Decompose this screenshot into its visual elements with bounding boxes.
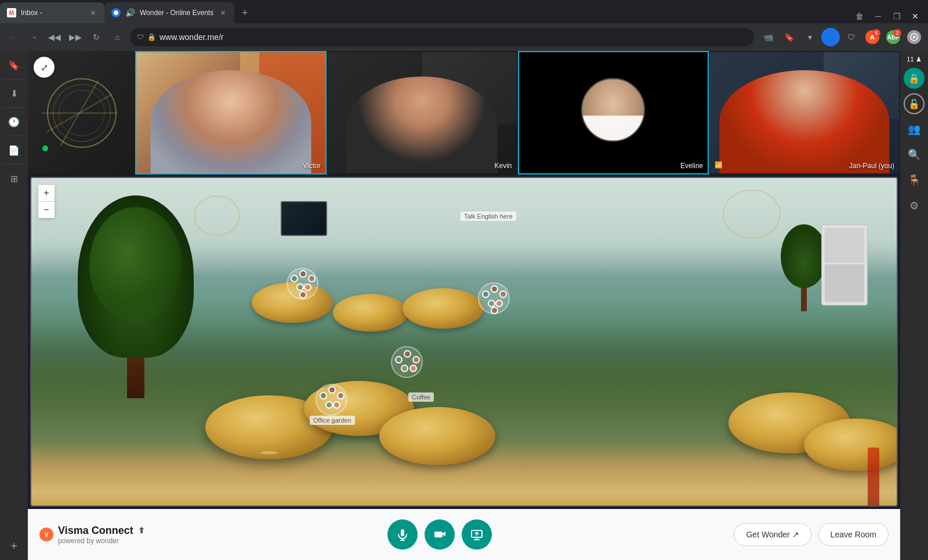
home-button[interactable]: ⌂	[109, 29, 125, 45]
toolbar-icons: 📹 🔖 ▾ 👤 🛡 A 5 ABF 2	[759, 28, 923, 46]
people-cluster-3[interactable]	[478, 282, 510, 314]
visitor-icon: V	[39, 528, 53, 541]
sidebar-bookmark-btn[interactable]: 🔖	[5, 56, 23, 74]
cast-icon[interactable]: 📹	[759, 28, 777, 46]
room-name: Visma Connect ⬆	[58, 525, 145, 537]
tab-wonder[interactable]: 🔊 Wonder - Online Events ✕	[104, 2, 234, 23]
trash-icon[interactable]: 🗑	[854, 10, 865, 22]
right-sidebar: 11 ♟ 🔒 🔓 👥 🔍 🪑 ⚙	[900, 51, 928, 560]
tab-wonder-close[interactable]: ✕	[218, 8, 227, 17]
tab-wonder-title: Wonder - Online Events	[140, 9, 213, 17]
expand-button[interactable]: ⤢	[34, 57, 55, 78]
people-cluster-1[interactable]	[287, 268, 318, 300]
right-actions: Get Wonder ↗ Leave Room	[734, 523, 889, 546]
leave-room-button[interactable]: Leave Room	[818, 523, 889, 546]
bookmark-icon[interactable]: 🔖	[780, 28, 798, 46]
bottom-bar: V Visma Connect ⬆ powered by wonder	[28, 509, 900, 560]
sidebar-divider-1	[3, 79, 25, 79]
sidebar-add-btn[interactable]: +	[5, 537, 23, 555]
skip-back-button[interactable]: ◀◀	[46, 29, 63, 45]
table-group-3[interactable]	[379, 407, 495, 465]
nav-bar: ← → ◀◀ ▶▶ ↻ ⌂ 🛡 🔒 www.wonder.me/r 📹 🔖 ▾ …	[0, 23, 928, 51]
lock-filled-button[interactable]: 🔒	[904, 68, 925, 89]
sidebar-download-btn[interactable]: ⬇	[5, 84, 23, 103]
left-sidebar: 🔖 ⬇ 🕐 📄 ⊞ +	[0, 51, 28, 560]
janpaul-label: Jan-Paul (you)	[849, 162, 894, 170]
share-icon[interactable]: ⬆	[138, 526, 145, 535]
tab-bar: M Inbox - ✕ 🔊 Wonder - Online Events ✕ +…	[0, 0, 928, 23]
shield-extension[interactable]: 🛡	[842, 28, 861, 46]
share-screen-button[interactable]	[462, 519, 492, 550]
extension-badge-2: 2	[893, 29, 901, 37]
tree-left	[78, 195, 194, 398]
skip-forward-button[interactable]: ▶▶	[67, 29, 84, 45]
extension-1[interactable]: A 5	[863, 28, 882, 46]
extension-2[interactable]: ABF 2	[884, 28, 902, 46]
people-cluster-4[interactable]	[316, 384, 347, 416]
tab-gmail[interactable]: M Inbox - ✕	[0, 2, 104, 23]
wire-sculpture-1	[194, 195, 240, 236]
eveline-avatar	[581, 78, 645, 141]
sidebar-notes-btn[interactable]: 📄	[5, 141, 23, 159]
extension-3[interactable]	[905, 28, 923, 46]
kevin-label: Kevin	[494, 162, 512, 170]
lock-icon: 🔒	[147, 33, 156, 41]
svg-rect-2	[401, 529, 404, 536]
back-button[interactable]: ←	[5, 29, 21, 45]
people-cluster-2[interactable]	[391, 346, 423, 378]
powered-by: powered by wonder	[58, 537, 145, 545]
url-text: www.wonder.me/r	[160, 32, 747, 42]
media-controls	[145, 519, 734, 550]
lock-outline-button[interactable]: 🔓	[904, 93, 925, 114]
table-group-5[interactable]	[804, 419, 898, 471]
bookmark-dropdown[interactable]: ▾	[800, 28, 819, 46]
settings-button[interactable]: ⚙	[904, 195, 925, 216]
area-label-coffee: Coffee	[408, 392, 434, 402]
video-tile-kevin[interactable]: Kevin	[327, 51, 518, 174]
sidebar-grid-btn[interactable]: ⊞	[5, 169, 23, 188]
reload-button[interactable]: ↻	[88, 29, 104, 45]
address-bar[interactable]: 🛡 🔒 www.wonder.me/r	[130, 28, 754, 46]
content-area: ⤢	[28, 51, 900, 560]
forward-button[interactable]: →	[26, 29, 42, 45]
table-small-2[interactable]	[333, 294, 408, 332]
zoom-out-button[interactable]: −	[38, 202, 55, 218]
extension-badge-1: 5	[872, 29, 880, 37]
zoom-controls: + −	[38, 185, 55, 218]
participant-count: 11 ♟	[907, 56, 921, 63]
svg-rect-5	[434, 532, 443, 537]
mic-button[interactable]	[387, 519, 418, 550]
wire-sculpture-2	[723, 190, 781, 239]
video-tile-janpaul[interactable]: 📶 Jan-Paul (you)	[709, 51, 900, 174]
presenter-button[interactable]: 🪑	[904, 170, 925, 191]
sidebar-history-btn[interactable]: 🕐	[5, 112, 23, 131]
get-wonder-button[interactable]: Get Wonder ↗	[734, 523, 811, 546]
maximize-button[interactable]: ❐	[891, 10, 902, 22]
svg-point-1	[913, 36, 915, 38]
sidebar-divider-3	[3, 136, 25, 136]
search-button[interactable]: 🔍	[904, 144, 925, 165]
red-wall-accent	[868, 448, 879, 506]
profile-button[interactable]: 👤	[821, 28, 840, 46]
tab-gmail-title: Inbox -	[21, 9, 84, 17]
area-label-garden: Office garden	[310, 416, 355, 425]
virtual-environment[interactable]: + −	[30, 177, 898, 507]
video-tile-victor[interactable]: Victor	[135, 51, 327, 174]
shield-icon: 🛡	[137, 33, 144, 41]
zoom-in-button[interactable]: +	[38, 185, 55, 201]
tv-screen	[281, 201, 327, 236]
tab-gmail-close[interactable]: ✕	[88, 8, 97, 17]
tree-right-small	[781, 224, 827, 311]
close-button[interactable]: ✕	[909, 10, 921, 22]
minimize-button[interactable]: ─	[872, 10, 884, 22]
victor-label: Victor	[303, 162, 320, 170]
wonder-favicon	[111, 8, 121, 17]
sidebar-divider-2	[3, 107, 25, 108]
new-tab-button[interactable]: +	[237, 5, 253, 21]
table-small-3[interactable]	[403, 288, 484, 329]
camera-button[interactable]	[425, 519, 455, 550]
video-tile-eveline[interactable]: Eveline	[518, 51, 709, 174]
gmail-favicon: M	[7, 8, 16, 17]
refrigerator	[821, 224, 868, 306]
people-button[interactable]: 👥	[904, 119, 925, 140]
